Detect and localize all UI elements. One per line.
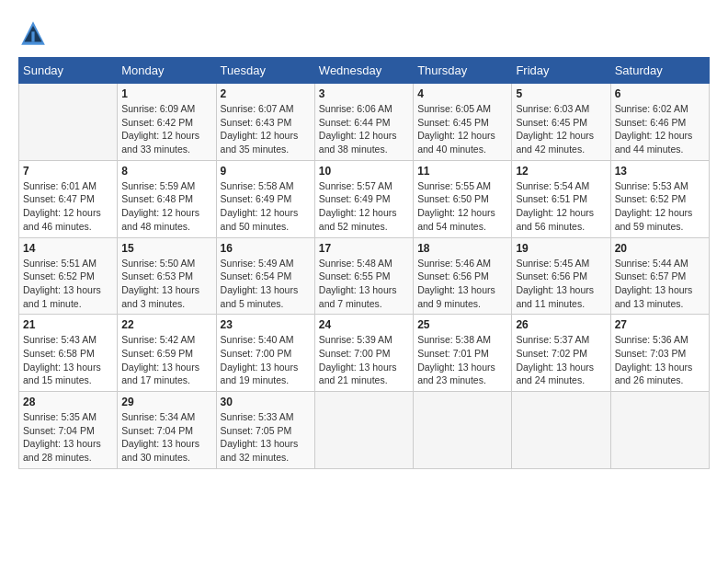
- day-number: 16: [221, 242, 311, 255]
- day-cell: 20Sunrise: 5:44 AMSunset: 6:57 PMDayligh…: [610, 237, 709, 315]
- day-info: Sunrise: 5:37 AMSunset: 7:02 PMDaylight:…: [516, 333, 606, 387]
- day-cell: 17Sunrise: 5:48 AMSunset: 6:55 PMDayligh…: [314, 237, 413, 315]
- day-number: 1: [121, 87, 211, 100]
- day-cell: 11Sunrise: 5:55 AMSunset: 6:50 PMDayligh…: [414, 160, 512, 237]
- day-cell: 6Sunrise: 6:02 AMSunset: 6:46 PMDaylight…: [610, 84, 709, 161]
- day-cell: 8Sunrise: 5:59 AMSunset: 6:48 PMDaylight…: [118, 160, 216, 237]
- day-number: 30: [221, 396, 311, 408]
- day-info: Sunrise: 5:45 AMSunset: 6:56 PMDaylight:…: [516, 257, 606, 311]
- day-cell: 4Sunrise: 6:05 AMSunset: 6:45 PMDaylight…: [414, 84, 512, 161]
- day-number: 25: [417, 318, 507, 331]
- day-cell: 30Sunrise: 5:33 AMSunset: 7:05 PMDayligh…: [216, 392, 314, 469]
- weekday-header-sunday: Sunday: [19, 58, 118, 84]
- day-cell: 16Sunrise: 5:49 AMSunset: 6:54 PMDayligh…: [216, 237, 314, 315]
- day-cell: 14Sunrise: 5:51 AMSunset: 6:52 PMDayligh…: [19, 237, 118, 315]
- day-cell: 29Sunrise: 5:34 AMSunset: 7:04 PMDayligh…: [118, 392, 216, 469]
- day-cell: [610, 392, 709, 469]
- day-number: 21: [23, 318, 113, 331]
- day-info: Sunrise: 5:39 AMSunset: 7:00 PMDaylight:…: [319, 333, 409, 387]
- day-number: 26: [516, 318, 606, 331]
- day-info: Sunrise: 5:59 AMSunset: 6:48 PMDaylight:…: [121, 179, 211, 234]
- day-info: Sunrise: 5:35 AMSunset: 7:04 PMDaylight:…: [23, 410, 113, 465]
- day-cell: 15Sunrise: 5:50 AMSunset: 6:53 PMDayligh…: [118, 237, 216, 315]
- day-cell: [512, 392, 610, 469]
- day-cell: 19Sunrise: 5:45 AMSunset: 6:56 PMDayligh…: [512, 237, 610, 315]
- week-row-1: 1Sunrise: 6:09 AMSunset: 6:42 PMDaylight…: [19, 84, 710, 161]
- day-info: Sunrise: 5:48 AMSunset: 6:55 PMDaylight:…: [319, 257, 409, 311]
- day-number: 27: [615, 318, 705, 331]
- day-cell: 28Sunrise: 5:35 AMSunset: 7:04 PMDayligh…: [19, 392, 118, 469]
- day-cell: 10Sunrise: 5:57 AMSunset: 6:49 PMDayligh…: [314, 160, 413, 237]
- day-info: Sunrise: 5:40 AMSunset: 7:00 PMDaylight:…: [221, 333, 311, 387]
- weekday-header-monday: Monday: [118, 58, 216, 84]
- weekday-header-saturday: Saturday: [610, 58, 709, 84]
- day-cell: 21Sunrise: 5:43 AMSunset: 6:58 PMDayligh…: [19, 315, 118, 392]
- day-cell: 9Sunrise: 5:58 AMSunset: 6:49 PMDaylight…: [216, 160, 314, 237]
- day-number: 5: [516, 87, 606, 100]
- day-number: 18: [417, 242, 507, 255]
- day-info: Sunrise: 5:53 AMSunset: 6:52 PMDaylight:…: [615, 179, 705, 234]
- day-cell: [314, 392, 413, 469]
- day-info: Sunrise: 6:09 AMSunset: 6:42 PMDaylight:…: [121, 102, 211, 156]
- day-number: 6: [615, 87, 705, 100]
- day-number: 4: [417, 87, 507, 100]
- day-info: Sunrise: 5:46 AMSunset: 6:56 PMDaylight:…: [417, 257, 507, 311]
- day-info: Sunrise: 5:34 AMSunset: 7:04 PMDaylight:…: [121, 410, 211, 465]
- day-info: Sunrise: 6:05 AMSunset: 6:45 PMDaylight:…: [417, 102, 507, 156]
- day-number: 11: [417, 165, 507, 178]
- day-cell: 3Sunrise: 6:06 AMSunset: 6:44 PMDaylight…: [314, 84, 413, 161]
- day-info: Sunrise: 5:57 AMSunset: 6:49 PMDaylight:…: [319, 179, 409, 234]
- day-cell: 24Sunrise: 5:39 AMSunset: 7:00 PMDayligh…: [314, 315, 413, 392]
- day-info: Sunrise: 6:02 AMSunset: 6:46 PMDaylight:…: [615, 102, 705, 156]
- calendar-table: SundayMondayTuesdayWednesdayThursdayFrid…: [18, 57, 710, 469]
- day-number: 12: [516, 165, 606, 178]
- logo: [18, 18, 51, 48]
- day-number: 28: [23, 396, 113, 408]
- day-cell: 18Sunrise: 5:46 AMSunset: 6:56 PMDayligh…: [414, 237, 512, 315]
- weekday-header-tuesday: Tuesday: [216, 58, 314, 84]
- day-number: 19: [516, 242, 606, 255]
- day-number: 23: [221, 318, 311, 331]
- day-number: 29: [121, 396, 211, 408]
- day-number: 20: [615, 242, 705, 255]
- weekday-header-friday: Friday: [512, 58, 610, 84]
- day-info: Sunrise: 5:50 AMSunset: 6:53 PMDaylight:…: [121, 257, 211, 311]
- svg-rect-2: [31, 31, 34, 41]
- day-number: 14: [23, 242, 113, 255]
- weekday-header-row: SundayMondayTuesdayWednesdayThursdayFrid…: [19, 58, 710, 84]
- day-number: 8: [121, 165, 211, 178]
- week-row-5: 28Sunrise: 5:35 AMSunset: 7:04 PMDayligh…: [19, 392, 710, 469]
- day-info: Sunrise: 5:33 AMSunset: 7:05 PMDaylight:…: [221, 410, 311, 465]
- day-cell: 1Sunrise: 6:09 AMSunset: 6:42 PMDaylight…: [118, 84, 216, 161]
- day-info: Sunrise: 5:44 AMSunset: 6:57 PMDaylight:…: [615, 257, 705, 311]
- day-info: Sunrise: 5:55 AMSunset: 6:50 PMDaylight:…: [417, 179, 507, 234]
- day-info: Sunrise: 6:03 AMSunset: 6:45 PMDaylight:…: [516, 102, 606, 156]
- day-info: Sunrise: 6:01 AMSunset: 6:47 PMDaylight:…: [23, 179, 113, 234]
- day-info: Sunrise: 5:58 AMSunset: 6:49 PMDaylight:…: [221, 179, 311, 234]
- day-cell: 2Sunrise: 6:07 AMSunset: 6:43 PMDaylight…: [216, 84, 314, 161]
- weekday-header-wednesday: Wednesday: [314, 58, 413, 84]
- day-info: Sunrise: 6:06 AMSunset: 6:44 PMDaylight:…: [319, 102, 409, 156]
- day-cell: [19, 84, 118, 161]
- day-info: Sunrise: 5:36 AMSunset: 7:03 PMDaylight:…: [615, 333, 705, 387]
- day-cell: 5Sunrise: 6:03 AMSunset: 6:45 PMDaylight…: [512, 84, 610, 161]
- day-number: 7: [23, 165, 113, 178]
- day-info: Sunrise: 6:07 AMSunset: 6:43 PMDaylight:…: [221, 102, 311, 156]
- day-number: 2: [221, 87, 311, 100]
- day-info: Sunrise: 5:51 AMSunset: 6:52 PMDaylight:…: [23, 257, 113, 311]
- day-number: 17: [319, 242, 409, 255]
- day-cell: 13Sunrise: 5:53 AMSunset: 6:52 PMDayligh…: [610, 160, 709, 237]
- day-info: Sunrise: 5:38 AMSunset: 7:01 PMDaylight:…: [417, 333, 507, 387]
- day-info: Sunrise: 5:42 AMSunset: 6:59 PMDaylight:…: [121, 333, 211, 387]
- day-cell: 25Sunrise: 5:38 AMSunset: 7:01 PMDayligh…: [414, 315, 512, 392]
- day-cell: 26Sunrise: 5:37 AMSunset: 7:02 PMDayligh…: [512, 315, 610, 392]
- weekday-header-thursday: Thursday: [414, 58, 512, 84]
- day-cell: 12Sunrise: 5:54 AMSunset: 6:51 PMDayligh…: [512, 160, 610, 237]
- day-number: 10: [319, 165, 409, 178]
- day-info: Sunrise: 5:43 AMSunset: 6:58 PMDaylight:…: [23, 333, 113, 387]
- logo-icon: [18, 18, 48, 48]
- week-row-3: 14Sunrise: 5:51 AMSunset: 6:52 PMDayligh…: [19, 237, 710, 315]
- day-cell: 7Sunrise: 6:01 AMSunset: 6:47 PMDaylight…: [19, 160, 118, 237]
- day-number: 24: [319, 318, 409, 331]
- day-cell: [414, 392, 512, 469]
